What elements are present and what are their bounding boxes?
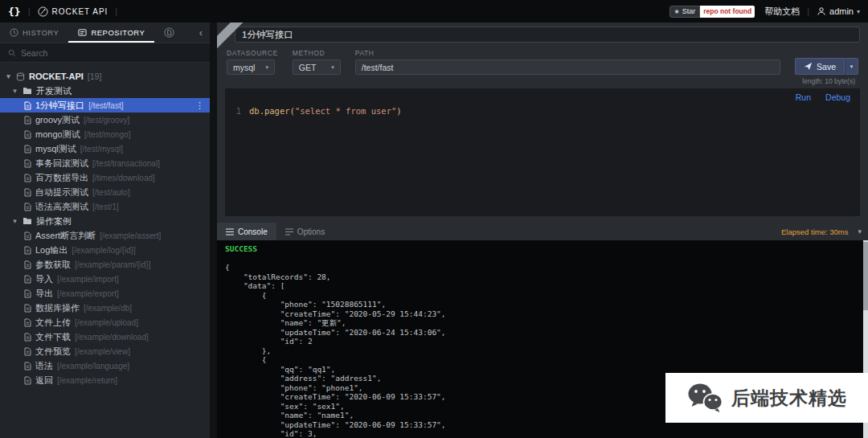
api-path: [/example/upload] — [75, 318, 138, 327]
tree-root-label: ROCKET-API — [29, 72, 84, 81]
tree-api-item[interactable]: 文件下载[/example/download] — [0, 330, 210, 344]
tree-api-item[interactable]: 导入[/example/import] — [0, 272, 210, 286]
tree-folder[interactable]: ▾开发测试 — [0, 84, 210, 98]
tab-options[interactable]: Options — [276, 223, 334, 240]
sidebar-tabs: HISTORY REPOSITORY ‹ — [0, 23, 210, 43]
tree-api-item[interactable]: 文件上传[/example/upload] — [0, 315, 210, 330]
api-file-icon — [24, 347, 31, 356]
tree-api-item[interactable]: Assert断言判断[/example/assert] — [0, 228, 210, 243]
debug-button[interactable]: Debug — [825, 92, 850, 102]
tab-console[interactable]: Console — [217, 223, 276, 240]
console-line: "totalRecords": 28, — [225, 272, 868, 282]
tree-api-item[interactable]: 文件预览[/example/view] — [0, 344, 210, 358]
tree-api-item[interactable]: Log输出[/example/log/{id}] — [0, 243, 210, 257]
api-label: 导出 — [35, 288, 53, 300]
github-star-button[interactable]: ★ Star — [669, 6, 701, 18]
tree-root-rocket-api[interactable]: ▾ ROCKET-API [19] — [0, 69, 210, 84]
api-path: [/example/db] — [84, 304, 132, 313]
tree-api-item[interactable]: 自动提示测试[/test/auto] — [0, 185, 210, 199]
search-icon — [8, 49, 16, 57]
tree-api-item[interactable]: mysql测试[/test/mysql] — [0, 141, 210, 156]
path-field: PATH /test/fast — [355, 49, 780, 75]
api-path: [/test/groovy] — [84, 116, 129, 125]
save-button-group: Save ▾ — [795, 58, 858, 75]
api-path: [/test/1] — [92, 203, 119, 211]
api-label: groovy测试 — [35, 114, 80, 126]
api-label: 语法高亮测试 — [35, 201, 88, 213]
tree-api-item[interactable]: 语法高亮测试[/test/1] — [0, 199, 210, 214]
save-dropdown-button[interactable]: ▾ — [845, 58, 858, 75]
github-star-label: Star — [682, 7, 696, 15]
tree-api-item[interactable]: 1分钟写接口[/test/fast]⋮ — [0, 98, 210, 113]
api-file-icon — [24, 260, 31, 269]
api-path: [/times/download] — [92, 174, 155, 182]
run-button[interactable]: Run — [796, 92, 811, 102]
tree-api-item[interactable]: 百万数据导出[/times/download] — [0, 170, 210, 185]
api-path: [/test/auto] — [92, 188, 130, 197]
tab-new-document[interactable] — [154, 23, 184, 43]
chevron-down-icon: ▾ — [857, 8, 860, 15]
api-tree: ▾ ROCKET-API [19] ▾开发测试1分钟写接口[/test/fast… — [0, 63, 210, 438]
tree-api-item[interactable]: mongo测试[/test/mongo] — [0, 127, 210, 141]
app-logo[interactable]: {} — [8, 6, 21, 18]
brand-label: Rocket API — [52, 7, 108, 16]
collapse-sidebar-button[interactable]: ‹ — [192, 23, 210, 43]
console-line: "id": 3, — [225, 429, 868, 438]
console-line: "id": 2 — [225, 337, 868, 346]
help-docs-link[interactable]: 帮助文档 — [764, 6, 800, 18]
brand-link[interactable]: Rocket API — [38, 6, 108, 17]
code-editor[interactable]: Run Debug 1 db.pager("select * from user… — [225, 88, 860, 216]
tree-api-item[interactable]: 语法[/example/language] — [0, 358, 210, 373]
tab-repository[interactable]: REPOSITORY — [68, 23, 154, 43]
watermark: 后端技术精选 — [665, 373, 868, 423]
api-label: 1分钟写接口 — [35, 100, 84, 112]
tree-api-item[interactable]: 导出[/example/export] — [0, 286, 210, 301]
code-line[interactable]: 1 db.pager("select * from user") — [225, 104, 860, 116]
search-input[interactable]: Search — [0, 43, 210, 63]
tree-folder[interactable]: ▾操作案例 — [0, 214, 210, 228]
api-file-icon — [24, 145, 31, 154]
corner-ribbon — [217, 23, 243, 48]
collapse-console-icon[interactable]: ▾ — [858, 227, 862, 235]
console-line: { — [225, 263, 868, 272]
datasource-select[interactable]: mysql ▾ — [227, 59, 275, 75]
tree-api-item[interactable]: 参数获取[/example/param/{id}] — [0, 257, 210, 272]
tree-api-item[interactable]: 数据库操作[/example/db] — [0, 301, 210, 315]
tree-api-item[interactable]: 事务回滚测试[/test/transactional] — [0, 156, 210, 170]
console-line: "data": [ — [225, 281, 868, 291]
api-path: [/test/mongo] — [84, 130, 131, 139]
api-file-icon — [24, 289, 31, 298]
api-label: 数据库操作 — [35, 302, 80, 314]
api-tab-bar: 1分钟写接口 — [217, 23, 868, 47]
api-label: 自动提示测试 — [35, 186, 88, 199]
path-label: PATH — [355, 49, 780, 57]
chevron-down-icon: ▾ — [265, 64, 268, 71]
watermark-text: 后端技术精选 — [731, 386, 847, 411]
api-file-icon — [24, 231, 31, 240]
user-menu[interactable]: admin ▾ — [817, 6, 860, 16]
api-path: [/test/mysql] — [80, 145, 123, 154]
console-line — [225, 254, 868, 264]
console-line: "name": "更新", — [225, 318, 868, 328]
api-file-icon — [24, 304, 31, 313]
api-title-tab[interactable]: 1分钟写接口 — [235, 27, 860, 43]
tab-history[interactable]: HISTORY — [0, 23, 68, 43]
api-path: [/example/return] — [57, 376, 117, 385]
api-file-icon — [24, 333, 31, 342]
api-file-icon — [24, 188, 31, 197]
path-input[interactable]: /test/fast — [355, 59, 780, 75]
tree-api-item[interactable]: 返回[/example/return] — [0, 373, 210, 387]
user-icon — [817, 6, 826, 16]
sidebar-divider[interactable] — [210, 23, 217, 438]
api-label: mysql测试 — [35, 143, 76, 155]
method-select[interactable]: GET ▾ — [293, 59, 341, 75]
tree-api-item[interactable]: groovy测试[/test/groovy] — [0, 113, 210, 127]
api-path: [/example/import] — [57, 275, 119, 284]
save-button[interactable]: Save — [795, 58, 845, 75]
api-label: 事务回滚测试 — [35, 158, 88, 170]
repository-icon — [78, 28, 87, 37]
scrollbar-thumb[interactable] — [863, 242, 868, 310]
more-actions-icon[interactable]: ⋮ — [195, 100, 204, 111]
api-file-icon — [24, 203, 31, 211]
api-file-icon — [24, 159, 31, 168]
